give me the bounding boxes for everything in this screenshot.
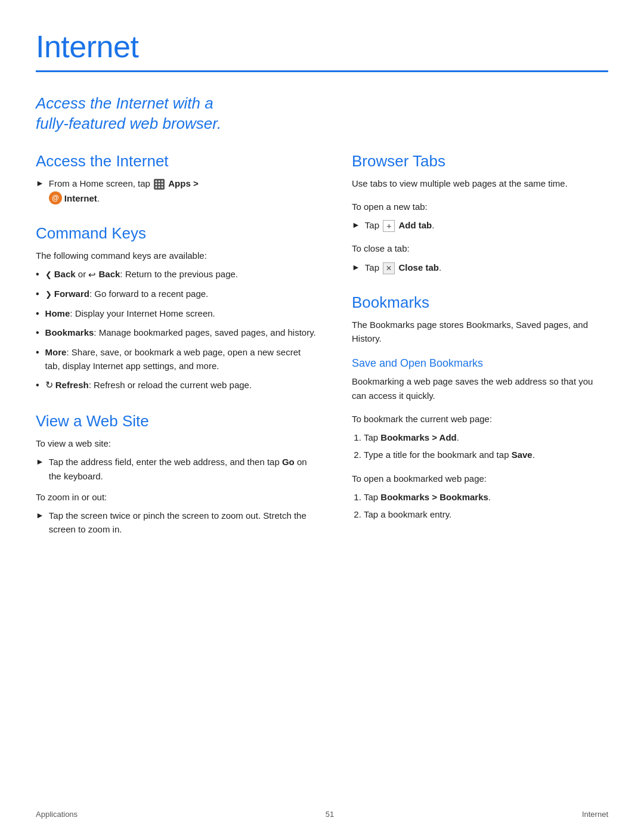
open-bookmarked-label: To open a bookmarked web page: xyxy=(352,472,608,485)
open-tab-label: To open a new tab: xyxy=(352,200,608,213)
bookmark-step-2: Type a title for the bookmark and tap Sa… xyxy=(364,448,608,462)
two-column-layout: Access the Internet ► From a Home screen… xyxy=(36,152,608,556)
close-tab-step: ► Tap ✕ Close tab. xyxy=(352,261,608,274)
save-desc: Bookmarking a web page saves the web add… xyxy=(352,374,608,402)
close-tab-label: To close a tab: xyxy=(352,241,608,255)
close-tab-icon: ✕ xyxy=(383,262,395,274)
browser-tabs-desc: Use tabs to view multiple web pages at t… xyxy=(352,176,608,190)
open-bookmark-step-1: Tap Bookmarks > Bookmarks. xyxy=(364,490,608,504)
save-open-title: Save and Open Bookmarks xyxy=(352,357,608,370)
open-bookmark-step-2: Tap a bookmark entry. xyxy=(364,507,608,521)
dot-icon-2: • xyxy=(36,287,39,302)
page-container: Internet Access the Internet with a full… xyxy=(0,0,644,592)
dot-icon-3: • xyxy=(36,306,39,321)
dot-icon-5: • xyxy=(36,345,39,360)
command-keys-intro: The following command keys are available… xyxy=(36,249,316,262)
apps-grid-icon xyxy=(154,179,165,190)
section-view-web-site: View a Web Site To view a web site: ► Ta… xyxy=(36,412,316,537)
svg-point-0 xyxy=(156,180,157,182)
title-rule xyxy=(36,70,608,72)
page-title: Internet xyxy=(36,29,608,64)
right-column: Browser Tabs Use tabs to view multiple w… xyxy=(352,152,608,556)
arrow-icon-5: ► xyxy=(352,261,360,274)
arrow-icon-3: ► xyxy=(36,509,44,522)
add-tab-icon: + xyxy=(383,220,395,232)
cmd-forward: • ❯ Forward: Go forward to a recent page… xyxy=(36,287,316,302)
view-web-site-title: View a Web Site xyxy=(36,412,316,431)
arrow-icon-2: ► xyxy=(36,456,44,469)
access-internet-step: ► From a Home screen, tap Apps > @ Inter… xyxy=(36,176,316,205)
view-web-site-step2: ► Tap the screen twice or pinch the scre… xyxy=(36,509,316,537)
refresh-icon: ↻ xyxy=(45,378,53,393)
svg-point-7 xyxy=(159,186,160,188)
open-bookmark-steps-list: Tap Bookmarks > Bookmarks. Tap a bookmar… xyxy=(352,490,608,522)
bookmark-label: To bookmark the current web page: xyxy=(352,412,608,426)
bookmark-steps-list: Tap Bookmarks > Add. Type a title for th… xyxy=(352,431,608,462)
svg-point-8 xyxy=(162,186,163,188)
internet-label: Internet xyxy=(64,191,97,205)
forward-chevron-icon: ❯ xyxy=(45,290,52,299)
left-column: Access the Internet ► From a Home screen… xyxy=(36,152,316,556)
save-open-bookmarks: Save and Open Bookmarks Bookmarking a we… xyxy=(352,357,608,521)
dot-icon-6: • xyxy=(36,378,39,393)
bookmark-step-1: Tap Bookmarks > Add. xyxy=(364,431,608,444)
section-access-internet: Access the Internet ► From a Home screen… xyxy=(36,152,316,205)
view-web-site-intro1: To view a web site: xyxy=(36,436,316,450)
command-keys-title: Command Keys xyxy=(36,224,316,243)
internet-app-icon: @ xyxy=(49,191,62,205)
bookmarks-desc: The Bookmarks page stores Bookmarks, Sav… xyxy=(352,318,608,346)
arrow-icon-4: ► xyxy=(352,219,360,232)
cmd-refresh: • ↻ Refresh: Refresh or reload the curre… xyxy=(36,378,316,393)
svg-point-3 xyxy=(156,183,157,185)
footer-right: Internet xyxy=(582,810,608,819)
section-command-keys: Command Keys The following command keys … xyxy=(36,224,316,393)
page-footer: Applications 51 Internet xyxy=(0,810,644,819)
view-web-site-intro2: To zoom in or out: xyxy=(36,490,316,504)
back-arrow-icon: ↩ xyxy=(88,268,96,281)
footer-page-number: 51 xyxy=(78,810,582,819)
cmd-bookmarks: • Bookmarks: Manage bookmarked pages, sa… xyxy=(36,326,316,340)
back-chevron-icon: ❮ xyxy=(45,270,52,279)
dot-icon-4: • xyxy=(36,326,39,340)
access-internet-title: Access the Internet xyxy=(36,152,316,171)
tagline: Access the Internet with a fully-feature… xyxy=(36,94,608,134)
cmd-more: • More: Share, save, or bookmark a web p… xyxy=(36,345,316,373)
section-bookmarks: Bookmarks The Bookmarks page stores Book… xyxy=(352,293,608,522)
cmd-back: • ❮ Back or ↩ Back: Return to the previo… xyxy=(36,267,316,282)
open-tab-step: ► Tap + Add tab. xyxy=(352,218,608,232)
section-browser-tabs: Browser Tabs Use tabs to view multiple w… xyxy=(352,152,608,274)
footer-left: Applications xyxy=(36,810,78,819)
svg-point-4 xyxy=(159,183,160,185)
svg-point-1 xyxy=(159,180,160,182)
svg-point-2 xyxy=(162,180,163,182)
bookmarks-title: Bookmarks xyxy=(352,293,608,312)
svg-point-6 xyxy=(156,186,157,188)
dot-icon: • xyxy=(36,267,39,282)
browser-tabs-title: Browser Tabs xyxy=(352,152,608,171)
cmd-home: • Home: Display your Internet Home scree… xyxy=(36,306,316,321)
svg-point-5 xyxy=(162,183,163,185)
view-web-site-step1: ► Tap the address field, enter the web a… xyxy=(36,455,316,483)
arrow-icon: ► xyxy=(36,177,44,190)
